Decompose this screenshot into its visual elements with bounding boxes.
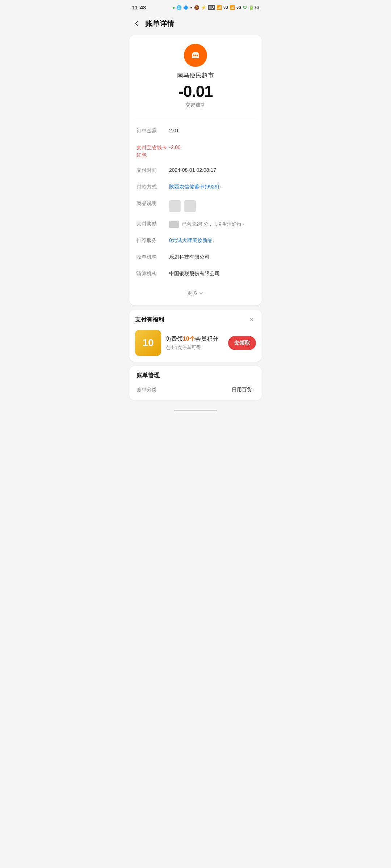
pay-method-row[interactable]: 付款方式 陕西农信储蓄卡(9929) ›: [129, 179, 262, 196]
account-category-value: 日用百货 ›: [232, 387, 255, 393]
reward-icon: [169, 221, 179, 228]
clearing-org-label: 清算机构: [136, 271, 169, 277]
battery-icon: 🔋76: [249, 5, 259, 10]
recommend-service-label: 推荐服务: [136, 237, 169, 244]
welfare-desc-part2: 会员积分: [195, 336, 218, 342]
product-desc-row: 商品说明: [129, 196, 262, 216]
pay-time-row: 支付时间 2024-08-01 02:08:17: [129, 163, 262, 179]
more-button[interactable]: 更多: [129, 286, 262, 301]
account-management-card: 账单管理 账单分类 日用百货 ›: [129, 366, 262, 400]
red-packet-label: 支付宝省钱卡 红包: [136, 144, 169, 158]
transaction-status: 交易成功: [185, 102, 206, 109]
pay-reward-value: 已领取2积分，去兑生活好物 ›: [169, 221, 255, 228]
red-packet-row: 支付宝省钱卡 红包 -2.00: [129, 140, 262, 163]
5g-icon: 5G: [223, 5, 228, 9]
page-title: 账单详情: [145, 19, 174, 29]
welfare-collect-button[interactable]: 去领取: [228, 336, 256, 350]
back-button[interactable]: [131, 18, 142, 29]
svg-rect-4: [195, 55, 196, 56]
order-amount-value: 2.01: [169, 128, 255, 133]
detail-rows: 订单金额 2.01 支付宝省钱卡 红包 -2.00 支付时间 2024-08-0…: [129, 120, 262, 286]
clearing-org-row: 清算机构 中国银联股份有限公司: [129, 266, 262, 283]
home-indicator: [174, 410, 217, 411]
signal-icon: 📶: [230, 5, 235, 10]
welfare-header: 支付有福利 ×: [135, 315, 256, 324]
wifi-icon: 📶: [216, 5, 222, 10]
product-desc-label: 商品说明: [136, 200, 169, 207]
welfare-close-button[interactable]: ×: [247, 315, 256, 324]
account-category-chevron: ›: [253, 387, 255, 393]
pay-method-chevron: ›: [220, 184, 221, 190]
collector-label: 收单机构: [136, 254, 169, 260]
svg-rect-3: [193, 55, 194, 56]
account-management-title: 账单管理: [136, 372, 255, 379]
welfare-description: 免费领10个会员积分: [165, 335, 224, 343]
product-desc-value: [169, 200, 255, 212]
edge-icon: 🔷: [183, 5, 189, 10]
order-amount-label: 订单金额: [136, 128, 169, 134]
more-label: 更多: [187, 290, 197, 297]
hd-icon: HD: [208, 5, 215, 10]
status-icons: ● 🌐 🔷 ● 🔕 ⚡ HD 📶 5G 📶 5G 🛡 🔋76: [172, 5, 259, 10]
main-card: 南马便民超市 -0.01 交易成功 订单金额 2.01 支付宝省钱卡 红包 -2…: [129, 35, 262, 305]
welfare-title: 支付有福利: [135, 316, 164, 324]
pay-time-label: 支付时间: [136, 167, 169, 174]
divider-1: [135, 119, 256, 119]
welfare-desc-part1: 免费领: [165, 336, 183, 342]
pay-time-value: 2024-08-01 02:08:17: [169, 167, 255, 173]
welfare-sub: 点击1次停车可得: [165, 344, 224, 351]
pay-reward-chevron: ›: [243, 222, 244, 227]
pay-reward-label: 支付奖励: [136, 221, 169, 227]
product-image-1: [169, 200, 181, 212]
merchant-avatar: [184, 44, 207, 67]
account-category-row[interactable]: 账单分类 日用百货 ›: [136, 385, 255, 395]
welfare-card: 支付有福利 × 10 免费领10个会员积分 点击1次停车可得 去领取: [129, 310, 262, 362]
account-category-label: 账单分类: [136, 387, 157, 393]
welfare-info: 免费领10个会员积分 点击1次停车可得: [165, 335, 224, 351]
red-packet-value: -2.00: [169, 144, 255, 150]
pay-method-label: 付款方式: [136, 184, 169, 190]
welfare-badge: 10: [135, 330, 161, 356]
security-icon: 🛡: [243, 5, 247, 10]
browser-icon: 🌐: [176, 5, 182, 10]
pay-reward-row[interactable]: 支付奖励 已领取2积分，去兑生活好物 ›: [129, 216, 262, 233]
svg-rect-2: [193, 52, 198, 54]
sim-icon: ●: [172, 5, 175, 10]
transaction-amount: -0.01: [178, 82, 213, 101]
recommend-service-value: 0元试大牌美妆新品 ›: [169, 237, 255, 244]
collector-value: 乐刷科技有限公司: [169, 254, 255, 260]
collector-row: 收单机构 乐刷科技有限公司: [129, 250, 262, 266]
svg-rect-5: [197, 55, 198, 56]
recommend-chevron: ›: [213, 238, 215, 243]
bluetooth-icon: ⚡: [201, 5, 206, 10]
page-header: 账单详情: [125, 13, 266, 35]
status-bar: 11:48 ● 🌐 🔷 ● 🔕 ⚡ HD 📶 5G 📶 5G 🛡 🔋76: [125, 0, 266, 13]
mute-icon: 🔕: [194, 5, 199, 10]
5g2-icon: 5G: [236, 5, 241, 9]
welfare-badge-number: 10: [142, 337, 154, 349]
welfare-content: 10 免费领10个会员积分 点击1次停车可得 去领取: [135, 330, 256, 356]
dot-icon: ●: [190, 5, 192, 9]
recommend-service-row[interactable]: 推荐服务 0元试大牌美妆新品 ›: [129, 233, 262, 250]
order-amount-row: 订单金额 2.01: [129, 123, 262, 140]
bottom-bar: [125, 405, 266, 416]
merchant-name: 南马便民超市: [177, 71, 214, 80]
pay-method-value: 陕西农信储蓄卡(9929) ›: [169, 184, 255, 190]
merchant-section: 南马便民超市 -0.01 交易成功: [129, 35, 262, 117]
welfare-highlight: 10个: [183, 336, 195, 342]
status-time: 11:48: [132, 4, 146, 10]
clearing-org-value: 中国银联股份有限公司: [169, 271, 255, 277]
product-image-2: [184, 200, 196, 212]
